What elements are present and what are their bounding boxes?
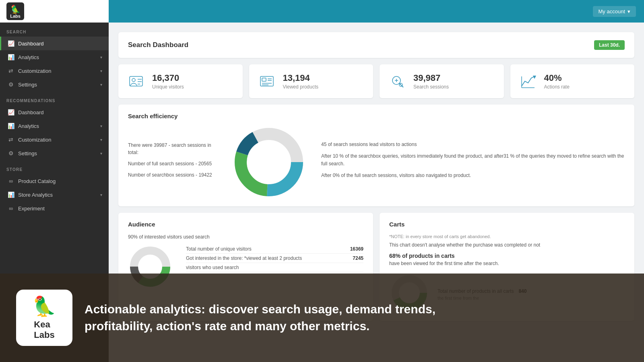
top-bar: My account ▾: [109, 0, 644, 23]
efficiency-notes: 45 of search sessions lead visitors to a…: [321, 141, 625, 184]
analytics-icon: 📊: [8, 191, 14, 198]
carts-note2: This chart doesn't analyse whether the p…: [389, 242, 625, 248]
overlay-parrot-icon: 🦜: [32, 295, 56, 318]
carts-subtext: have been viewed for the first time afte…: [389, 261, 625, 266]
logo: 🦜 Labs: [0, 0, 109, 23]
search-efficiency-panel: Search efficiency There were 39987 - sea…: [118, 105, 634, 206]
sidebar-item-rec-customization[interactable]: ⇄ Customization ▾: [0, 133, 109, 146]
audience-stat-row: Got interested in the store: *viewed at …: [186, 254, 363, 263]
my-account-label: My account: [599, 8, 625, 14]
sidebar-item-label: Dashboard: [18, 41, 102, 47]
search-sessions-icon: [388, 72, 407, 91]
carts-highlight: 68% of products in carts: [389, 253, 625, 259]
settings-icon: ⚙: [8, 150, 14, 156]
sidebar-item-label: Analytics: [18, 123, 96, 129]
sidebar-item-rec-settings[interactable]: ⚙ Settings ▾: [0, 146, 109, 160]
overlay-logo: 🦜 KeaLabs: [16, 290, 72, 346]
sidebar-item-search-customization[interactable]: ⇄ Customization ▾: [0, 64, 109, 78]
sidebar-section-store: Store: [0, 160, 109, 174]
products-icon: [257, 72, 277, 91]
sidebar-section-search: Search: [0, 23, 109, 37]
sidebar-item-label: Customization: [18, 137, 96, 143]
my-account-button[interactable]: My account ▾: [593, 6, 636, 17]
overlay-banner: 🦜 KeaLabs Actionable analytics: discover…: [0, 274, 644, 362]
chevron-down-icon: ▾: [100, 151, 102, 156]
chevron-down-icon: ▾: [100, 55, 102, 60]
stat-card-unique-visitors: 16,370 Unique visitors: [118, 64, 243, 98]
stat-value: 39,987: [413, 73, 449, 83]
overlay-text: Actionable analytics: discover search us…: [85, 301, 436, 335]
efficiency-note-1: After 10 % of the searchbox queries, vis…: [321, 152, 625, 168]
stat-label: Viewed products: [283, 84, 319, 90]
audience-row-value-0: 16369: [350, 246, 363, 252]
sidebar-item-label: Store Analytics: [18, 192, 96, 198]
sidebar-item-label: Settings: [18, 82, 96, 88]
efficiency-donut-chart: [233, 126, 305, 198]
sidebar-item-experiment[interactable]: ∞ Experiment: [0, 202, 109, 215]
sidebar-item-search-settings[interactable]: ⚙ Settings ▾: [0, 78, 109, 91]
stat-label: Unique visitors: [152, 84, 184, 90]
stat-card-viewed-products: 13,194 Viewed products: [249, 64, 374, 98]
sidebar-item-label: Experiment: [18, 206, 102, 212]
overlay-message: Actionable analytics: discover search us…: [85, 302, 436, 333]
visitors-icon: [126, 72, 146, 91]
carts-note1: *NOTE: in every store most of carts get …: [389, 234, 625, 239]
sidebar-item-label: Customization: [18, 68, 96, 74]
logo-parrot-icon: 🦜: [10, 4, 21, 14]
sidebar-item-rec-analytics[interactable]: 📊 Analytics ▾: [0, 119, 109, 133]
dashboard-header-card: Search Dashboard Last 30d.: [118, 32, 634, 58]
efficiency-note-0: 45 of search sessions lead visitors to a…: [321, 141, 625, 148]
chevron-down-icon: ▾: [627, 8, 630, 14]
experiment-icon: ∞: [8, 205, 14, 212]
stat-value: 16,370: [152, 73, 184, 83]
chevron-down-icon: ▾: [100, 193, 102, 197]
catalog-icon: ∞: [8, 178, 14, 184]
sidebar-item-label: Dashboard: [18, 109, 102, 115]
stats-row: 16,370 Unique visitors: [118, 64, 634, 98]
sidebar-item-search-analytics[interactable]: 📊 Analytics ▾: [0, 50, 109, 64]
settings-icon: ⚙: [8, 81, 14, 88]
audience-row-label-1: Got interested in the store: *viewed at …: [186, 255, 353, 261]
efficiency-title: Search efficiency: [128, 113, 625, 119]
audience-title: Audience: [128, 221, 363, 228]
sidebar-item-rec-dashboard[interactable]: 📈 Dashboard: [0, 105, 109, 119]
sidebar-section-recommendations: Recommendations: [0, 91, 109, 105]
stat-label: Actions rate: [544, 84, 570, 90]
sidebar-item-label: Settings: [18, 150, 96, 156]
chevron-down-icon: ▾: [100, 82, 102, 87]
audience-row-label-2: visitors who used search: [186, 265, 363, 270]
trending-icon: 📈: [8, 109, 14, 115]
sidebar-item-label: Analytics: [18, 54, 96, 60]
carts-title: Carts: [389, 221, 625, 228]
customization-icon: ⇄: [8, 136, 14, 143]
stat-value: 13,194: [283, 73, 319, 83]
period-badge: Last 30d.: [594, 40, 625, 50]
sidebar-item-search-dashboard[interactable]: 📈 Dashboard: [0, 37, 109, 50]
stat-label: Search sessions: [413, 84, 449, 90]
svg-point-1: [132, 78, 135, 82]
efficiency-stat-1: Number of full search sessions - 20565: [128, 160, 217, 167]
audience-stat-row: visitors who used search: [186, 263, 363, 272]
efficiency-stats: There were 39987 - search sessions in to…: [128, 142, 217, 183]
analytics-icon: 📊: [8, 54, 14, 60]
sidebar-item-label: Product Catalog: [18, 178, 102, 184]
overlay-logo-text: KeaLabs: [34, 319, 54, 340]
audience-row-value-1: 7245: [353, 255, 363, 261]
efficiency-stat-0: There were 39987 - search sessions in to…: [128, 142, 217, 156]
chevron-down-icon: ▾: [100, 124, 102, 128]
logo-box: 🦜 Labs: [6, 2, 24, 20]
efficiency-note-2: After 0% of the full search sessions, vi…: [321, 172, 625, 179]
sidebar-item-store-analytics[interactable]: 📊 Store Analytics ▾: [0, 188, 109, 202]
actions-rate-icon: [518, 72, 538, 91]
audience-stat-row: Total number of unique visitors 16369: [186, 245, 363, 254]
chevron-down-icon: ▾: [100, 69, 102, 73]
chevron-down-icon: ▾: [100, 138, 102, 142]
trending-icon: 📈: [8, 40, 14, 47]
audience-subtitle: 90% of interested visitors used search: [128, 234, 363, 240]
logo-text: Labs: [10, 14, 21, 19]
audience-stats-table: Total number of unique visitors 16369 Go…: [186, 245, 363, 272]
stat-card-search-sessions: 39,987 Search sessions: [380, 64, 504, 98]
sidebar-item-product-catalog[interactable]: ∞ Product Catalog: [0, 174, 109, 188]
efficiency-stat-2: Number of searchbox sessions - 19422: [128, 171, 217, 179]
stat-value: 40%: [544, 73, 570, 83]
